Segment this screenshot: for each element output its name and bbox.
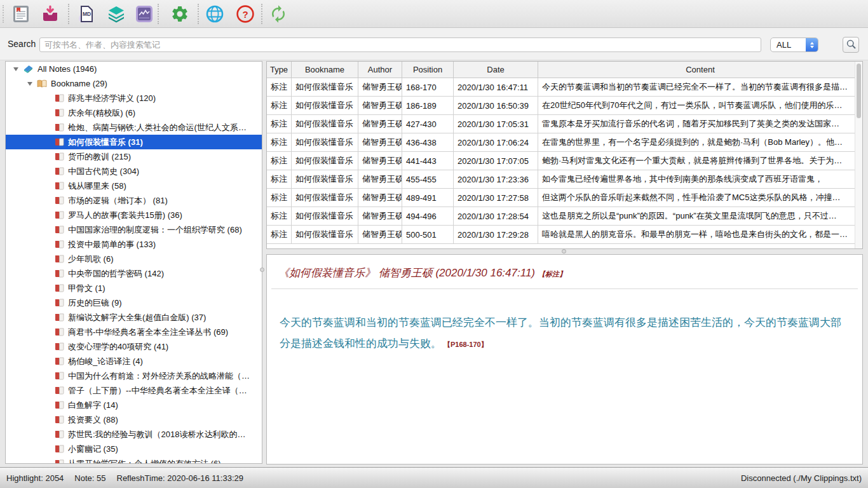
settings-button[interactable] — [170, 4, 189, 24]
column-header[interactable]: Author — [358, 62, 402, 78]
table-cell: 2020/1/30 17:29:28 — [454, 226, 538, 243]
book-label: 薛兆丰经济学讲义 (120) — [68, 93, 156, 104]
book-label: 小窗幽记 (35) — [68, 444, 118, 455]
red-book-icon — [55, 211, 64, 219]
sidebar-book-item[interactable]: 小窗幽记 (35) — [6, 442, 262, 456]
web-button[interactable] — [205, 4, 224, 24]
search-bar: Search ALL — [0, 28, 868, 60]
red-book-icon — [55, 459, 64, 464]
table-row[interactable]: 标注如何假装懂音乐储智勇王硕427-4302020/1/30 17:05:31雷… — [267, 115, 862, 133]
book-label: 白鱼解字 (14) — [68, 400, 118, 411]
vertical-splitter-handle[interactable] — [260, 268, 264, 272]
table-cell: 储智勇王硕 — [358, 207, 402, 225]
sidebar-book-item[interactable]: 中央帝国的哲学密码 (142) — [6, 266, 262, 281]
filter-dropdown[interactable]: ALL — [770, 37, 818, 52]
sidebar-book-item[interactable]: 中国国家治理的制度逻辑：一个组织学研究 (68) — [6, 222, 262, 237]
column-header[interactable]: Content — [538, 62, 862, 78]
red-book-icon — [55, 167, 64, 175]
table-row[interactable]: 标注如何假装懂音乐储智勇王硕186-1892020/1/30 16:50:39在… — [267, 97, 862, 115]
table-cell: 标注 — [267, 226, 292, 243]
book-label: 中国国家治理的制度逻辑：一个组织学研究 (68) — [68, 224, 242, 236]
disclosure-triangle[interactable] — [13, 67, 18, 71]
table-cell: 如何假装懂音乐 — [292, 189, 358, 207]
sidebar-book-item[interactable]: 投资要义 (88) — [6, 412, 262, 427]
chevron-up-down-icon — [806, 37, 818, 52]
sidebar-book-item[interactable]: 管子（上下册）--中华经典名著全本全注全译（… — [6, 383, 262, 398]
magnifier-icon — [846, 39, 857, 51]
filter-value: ALL — [771, 40, 806, 50]
sidebar-item-all-notes[interactable]: All Notes (1946) — [6, 62, 262, 76]
svg-text:?: ? — [242, 9, 248, 20]
book-label: 投资中最简单的事 (133) — [68, 239, 156, 250]
toolbar-drag-handle — [3, 5, 4, 23]
sidebar-book-item[interactable]: 杨伯峻_论语译注 (4) — [6, 354, 262, 369]
search-input[interactable] — [39, 37, 761, 52]
sidebar-book-item[interactable]: 甲骨文 (1) — [6, 281, 262, 295]
sidebar-book-item[interactable]: 货币的教训 (215) — [6, 149, 262, 164]
refresh-button[interactable] — [269, 4, 288, 24]
table-row[interactable]: 标注如何假装懂音乐储智勇王硕441-4432020/1/30 17:07:05鲍… — [267, 152, 862, 170]
toolbar-separator — [198, 4, 199, 24]
statistics-icon — [135, 4, 154, 24]
column-header[interactable]: Date — [454, 62, 538, 78]
search-button[interactable] — [843, 37, 859, 53]
sidebar-book-item[interactable]: 庆余年(精校版) (6) — [6, 105, 262, 120]
book-label: 中央帝国的哲学密码 (142) — [68, 268, 164, 280]
import-icon — [41, 4, 60, 24]
notes-button[interactable] — [11, 4, 31, 24]
disclosure-triangle[interactable] — [27, 82, 32, 86]
sidebar-book-item[interactable]: 商君书-中华经典名著全本全注全译丛书 (69) — [6, 325, 262, 339]
layers-button[interactable] — [107, 4, 126, 24]
sidebar-book-item[interactable]: 如何假装懂音乐 (31) — [6, 135, 262, 149]
red-book-icon — [55, 94, 64, 102]
sidebar-book-item[interactable]: 苏世民:我的经验与教训（2018读桥水达利欧的… — [6, 427, 262, 442]
table-row[interactable]: 标注如何假装懂音乐储智勇王硕494-4962020/1/30 17:28:54这… — [267, 207, 862, 226]
markdown-file-icon: MD — [77, 4, 96, 24]
sidebar-book-item[interactable]: 投资中最简单的事 (133) — [6, 237, 262, 252]
sidebar-book-item[interactable]: 白鱼解字 (14) — [6, 398, 262, 412]
red-book-icon — [55, 196, 64, 205]
red-book-icon — [55, 226, 64, 234]
main-area: All Notes (1946) Bookname (29) 薛兆丰经济学讲义 … — [0, 60, 868, 467]
statistics-button[interactable] — [135, 4, 154, 24]
column-header[interactable]: Type — [267, 62, 292, 78]
sidebar-book-item[interactable]: 中国为什么有前途：对外经济关系的战略潜能（… — [6, 369, 262, 383]
sidebar-book-item[interactable]: 薛兆丰经济学讲义 (120) — [6, 91, 262, 105]
column-header[interactable]: Position — [402, 62, 454, 78]
table-cell: 436-438 — [402, 133, 454, 151]
import-button[interactable] — [41, 4, 60, 24]
red-book-icon — [55, 401, 64, 409]
markdown-export-button[interactable]: MD — [77, 4, 96, 24]
table-row[interactable]: 标注如何假装懂音乐储智勇王硕455-4552020/1/30 17:23:36如… — [267, 170, 862, 189]
table-row[interactable]: 标注如何假装懂音乐储智勇王硕500-5012020/1/30 17:29:28嘻… — [267, 226, 862, 244]
table-row[interactable]: 标注如何假装懂音乐储智勇王硕489-4912020/1/30 17:27:58但… — [267, 189, 862, 207]
book-label: 甲骨文 (1) — [68, 283, 105, 294]
sidebar-book-item[interactable]: 中国古代简史 (304) — [6, 164, 262, 179]
sidebar-book-item[interactable]: 市场的逻辑（增订本） (81) — [6, 193, 262, 208]
sidebar-book-item[interactable]: 罗马人的故事(套装共15册) (36) — [6, 208, 262, 222]
table-cell: 标注 — [267, 78, 292, 96]
sidebar-book-item[interactable]: 改变心理学的40项研究 (41) — [6, 339, 262, 354]
table-scrollbar-thumb[interactable] — [857, 64, 861, 118]
sidebar-item-bookname[interactable]: Bookname (29) — [6, 76, 262, 91]
help-button[interactable]: ? — [236, 4, 255, 24]
sidebar-book-item[interactable]: 少年凯歌 (6) — [6, 252, 262, 266]
red-book-icon — [55, 372, 64, 380]
column-header[interactable]: Bookname — [292, 62, 358, 78]
bookname-group-icon — [37, 79, 47, 88]
table-header: TypeBooknameAuthorPositionDateContent — [267, 62, 862, 78]
table-row[interactable]: 标注如何假装懂音乐储智勇王硕436-4382020/1/30 17:06:24在… — [267, 133, 862, 152]
sidebar-book-item[interactable]: 钱从哪里来 (58) — [6, 179, 262, 193]
sidebar-book-item[interactable]: 枪炮、病菌与钢铁:人类社会的命运(世纪人文系… — [6, 120, 262, 135]
detail-type-tag: 【标注】 — [538, 270, 566, 278]
table-cell: 如何假装懂音乐 — [292, 207, 358, 225]
sidebar-book-item[interactable]: 新编说文解字大全集(超值白金版) (37) — [6, 310, 262, 325]
table-cell: 494-496 — [402, 207, 454, 225]
table-cell: 在20世纪50年代到70年代之间，有过一类乐队，叫节奏蓝调乐队，他们使用的乐… — [538, 97, 862, 114]
sidebar-book-item[interactable]: 从零开始学写作：个人增值的有效方法 (6) — [6, 456, 262, 464]
table-cell: 如何假装懂音乐 — [292, 97, 358, 114]
detail-body-text: 今天的节奏蓝调和当初的节奏蓝调已经完全不一样了。当初的节奏蓝调有很多是描述困苦生… — [280, 316, 841, 349]
sidebar-book-item[interactable]: 历史的巨镜 (9) — [6, 295, 262, 310]
table-row[interactable]: 标注如何假装懂音乐储智勇王硕168-1702020/1/30 16:47:11今… — [267, 78, 862, 97]
horizontal-splitter-handle[interactable] — [562, 249, 566, 254]
